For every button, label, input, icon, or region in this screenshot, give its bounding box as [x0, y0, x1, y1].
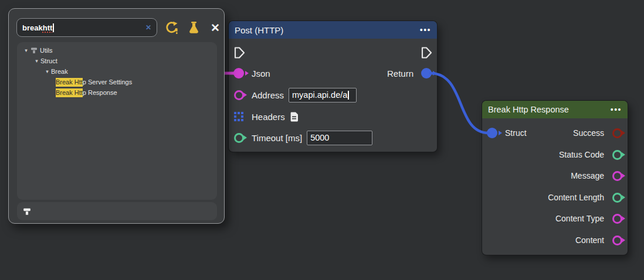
exec-out-pin[interactable] [420, 46, 433, 60]
status-code-output-label: Status Code [559, 150, 604, 159]
category-filter-bar[interactable] [17, 202, 217, 220]
utils-hammer-icon [23, 207, 31, 216]
timeout-input-label: Timeout [ms] [252, 133, 302, 143]
search-results-tree[interactable]: ▾ Utils ▾ Struct ▾ Break Break Http Serv… [17, 42, 217, 200]
tree-item-label-rest: p Server Settings [83, 78, 132, 86]
node-menu-icon[interactable]: ••• [420, 26, 431, 34]
message-output-label: Message [571, 171, 604, 180]
content-output-label: Content [575, 235, 604, 245]
success-output-pin[interactable] [612, 128, 622, 138]
return-output-pin[interactable] [421, 68, 432, 78]
text-caret [53, 23, 54, 32]
wire-return-to-struct[interactable] [431, 73, 489, 133]
tree-item-struct[interactable]: ▾ Struct [17, 56, 217, 66]
address-input-pin[interactable] [234, 90, 244, 100]
success-output-label: Success [573, 128, 604, 138]
node-break-http-response[interactable]: Break Http Response ••• Struct Success S… [482, 101, 628, 255]
return-output-label: Return [387, 69, 413, 78]
node-break-header[interactable]: Break Http Response ••• [482, 101, 628, 118]
timeout-input-pin[interactable] [234, 133, 244, 143]
chevron-down-icon[interactable]: ▾ [33, 58, 40, 64]
exec-in-pin[interactable] [233, 46, 246, 60]
content-type-output-pin[interactable] [612, 214, 622, 224]
timeout-input-field[interactable]: 5000 [307, 131, 372, 145]
json-input-label: Json [252, 69, 270, 78]
utils-hammer-icon [30, 47, 38, 54]
content-length-output-pin[interactable] [612, 193, 622, 203]
tree-item-label: Struct [40, 57, 57, 64]
search-text: break [22, 23, 43, 32]
message-output-pin[interactable] [612, 171, 622, 181]
address-input-field[interactable]: myapi.api.de/a [289, 88, 357, 103]
node-title: Break Http Response [488, 105, 569, 114]
search-match-highlight: Break Htt [56, 78, 83, 87]
node-title: Post (HTTP) [235, 25, 283, 35]
address-input-value: myapi.api.de/a [292, 90, 347, 100]
tree-item-break[interactable]: ▾ Break [17, 66, 217, 77]
tree-item-label: Utils [40, 47, 52, 54]
node-search-panel[interactable]: break htt ✕ ✕ ▾ Utils [8, 8, 225, 224]
document-icon[interactable] [290, 112, 299, 122]
text-caret [348, 91, 349, 100]
refresh-alert-icon[interactable] [165, 21, 179, 35]
node-post-http-header[interactable]: Post (HTTP) ••• [229, 21, 437, 39]
status-code-output-pin[interactable] [612, 150, 622, 160]
node-menu-icon[interactable]: ••• [611, 105, 622, 114]
search-text-misspelled: htt [43, 23, 53, 32]
content-length-output-label: Content Length [548, 193, 604, 202]
tree-item-break-http-server-settings[interactable]: Break Http Server Settings [17, 77, 217, 87]
tree-item-label: Break [51, 68, 68, 75]
search-input[interactable]: break htt ✕ [16, 18, 157, 37]
json-input-pin[interactable] [233, 68, 244, 78]
node-post-http[interactable]: Post (HTTP) ••• Json Return Address myap… [229, 21, 437, 152]
headers-input-label: Headers [252, 112, 285, 122]
chevron-down-icon[interactable]: ▾ [22, 47, 30, 53]
content-type-output-label: Content Type [555, 214, 604, 223]
struct-input-label: Struct [505, 128, 527, 138]
struct-input-pin[interactable] [487, 128, 497, 138]
tree-item-break-http-response[interactable]: Break Http Response [17, 87, 217, 98]
address-input-label: Address [252, 90, 284, 100]
headers-map-pin[interactable] [234, 112, 244, 122]
experimental-flask-icon[interactable] [187, 21, 201, 35]
search-clear-icon[interactable]: ✕ [145, 23, 151, 32]
tree-item-label-rest: p Response [83, 89, 117, 96]
search-match-highlight: Break Htt [56, 88, 83, 97]
chevron-down-icon[interactable]: ▾ [43, 69, 51, 74]
content-output-pin[interactable] [612, 235, 622, 245]
close-panel-icon[interactable]: ✕ [208, 21, 222, 35]
tree-item-utils[interactable]: ▾ Utils [17, 45, 217, 56]
timeout-input-value: 5000 [310, 133, 329, 142]
